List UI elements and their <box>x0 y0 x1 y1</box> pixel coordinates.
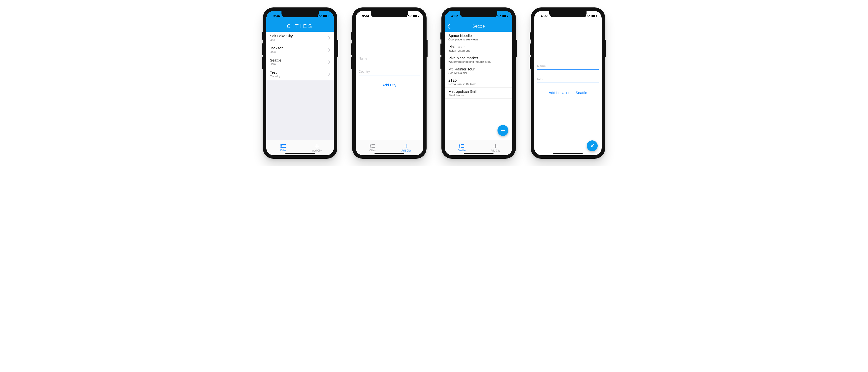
tab-label: Add City <box>402 149 411 152</box>
phone-frame: 9:34 CITIES Salt Lake City Usa <box>263 7 337 159</box>
info-input[interactable] <box>537 75 599 83</box>
tab-label: Seattle <box>458 149 465 152</box>
chevron-right-icon <box>328 36 330 39</box>
home-indicator[interactable] <box>553 153 583 154</box>
name-input[interactable] <box>537 62 599 70</box>
svg-rect-20 <box>459 147 460 148</box>
status-time: 4:05 <box>452 14 458 18</box>
svg-rect-18 <box>459 144 460 145</box>
place-info: Cool place to see views <box>448 38 509 41</box>
chevron-right-icon <box>328 49 330 52</box>
place-info: Italian restaurant <box>448 49 509 52</box>
place-row[interactable]: 2120 Restaurant in Beltown <box>445 76 513 88</box>
place-name: Space Needle <box>448 33 509 38</box>
svg-rect-1 <box>281 146 281 146</box>
svg-rect-19 <box>459 146 460 146</box>
add-city-form: Add City <box>355 21 423 140</box>
phone-frame: 4:02 Add Location to Seattle <box>531 7 605 159</box>
svg-rect-0 <box>281 144 281 145</box>
nav-bar: Seattle <box>445 21 513 32</box>
notch <box>549 11 587 18</box>
status-time: 4:02 <box>540 14 548 18</box>
tab-label: Cities <box>280 149 286 152</box>
city-name: Seattle <box>270 58 281 62</box>
back-button[interactable] <box>447 21 451 32</box>
plus-icon <box>314 144 319 149</box>
nav-title: CITIES <box>287 23 313 30</box>
plus-icon <box>493 144 498 149</box>
place-name: Pike place market <box>448 56 509 60</box>
place-name: Mt. Rainier Tour <box>448 67 509 71</box>
notch <box>371 11 408 18</box>
chevron-right-icon <box>328 73 330 76</box>
city-country: USA <box>270 62 281 66</box>
chevron-left-icon <box>447 24 451 29</box>
svg-rect-9 <box>370 146 371 146</box>
list-icon <box>370 144 375 148</box>
place-name: Pink Door <box>448 44 509 49</box>
country-input[interactable] <box>359 67 420 75</box>
wifi-icon <box>497 14 501 18</box>
place-row[interactable]: Metropolitan Grill Steak house <box>445 88 513 99</box>
tab-label: Add City <box>491 149 500 152</box>
place-info: See Mt Rainier <box>448 71 509 74</box>
place-info: Waterfront shopping / tourist area <box>448 60 509 63</box>
plus-icon <box>500 128 505 133</box>
place-info: Steak house <box>448 94 509 97</box>
battery-icon <box>591 14 597 18</box>
add-fab[interactable] <box>497 125 508 136</box>
city-name: Salt Lake City <box>270 34 293 38</box>
notch <box>281 11 319 18</box>
places-list: Space Needle Cool place to see views Pin… <box>445 32 513 140</box>
city-row[interactable]: Test Country <box>266 68 334 80</box>
place-name: Metropolitan Grill <box>448 89 509 93</box>
city-name: Test <box>270 70 280 74</box>
close-fab[interactable] <box>587 141 598 151</box>
phone-frame: 9:34 Add City Cities Add City <box>352 7 427 159</box>
svg-rect-10 <box>370 147 371 148</box>
home-indicator[interactable] <box>374 153 404 154</box>
nav-bar: CITIES <box>266 21 334 32</box>
svg-rect-2 <box>281 147 281 148</box>
place-row[interactable]: Pike place market Waterfront shopping / … <box>445 54 513 65</box>
place-name: 2120 <box>448 78 509 82</box>
battery-icon <box>413 14 418 18</box>
add-location-button[interactable]: Add Location to Seattle <box>537 88 599 95</box>
status-time: 9:34 <box>362 14 369 18</box>
add-location-form: Add Location to Seattle <box>534 21 602 155</box>
status-time: 9:34 <box>273 14 280 18</box>
name-input[interactable] <box>359 54 420 62</box>
place-row[interactable]: Pink Door Italian restaurant <box>445 43 513 54</box>
close-icon <box>590 144 594 148</box>
city-row[interactable]: Salt Lake City Usa <box>266 32 334 44</box>
wifi-icon <box>319 14 322 18</box>
place-info: Restaurant in Beltown <box>448 83 509 86</box>
city-row[interactable]: Seattle USA <box>266 56 334 68</box>
tab-label: Add City <box>312 149 322 152</box>
home-indicator[interactable] <box>464 153 494 154</box>
notch <box>460 11 497 18</box>
battery-icon <box>323 14 329 18</box>
chevron-right-icon <box>328 61 330 64</box>
battery-icon <box>502 14 507 18</box>
city-country: USA <box>270 50 283 54</box>
cities-list: Salt Lake City Usa Jackson USA Seattle U… <box>266 32 334 140</box>
city-country: Country <box>270 75 280 78</box>
plus-icon <box>404 144 409 149</box>
add-city-button[interactable]: Add City <box>359 80 420 87</box>
svg-rect-8 <box>370 144 371 145</box>
city-row[interactable]: Jackson USA <box>266 44 334 56</box>
home-indicator[interactable] <box>285 153 315 154</box>
wifi-icon <box>408 14 412 18</box>
city-name: Jackson <box>270 46 283 50</box>
tab-label: Cities <box>369 149 375 152</box>
phone-frame: 4:05 Seattle Space Needle Cool place to … <box>441 7 516 159</box>
list-icon <box>459 144 465 148</box>
wifi-icon <box>587 14 590 18</box>
place-row[interactable]: Mt. Rainier Tour See Mt Rainier <box>445 65 513 76</box>
nav-title: Seattle <box>472 24 485 29</box>
list-icon <box>280 144 286 148</box>
place-row[interactable]: Space Needle Cool place to see views <box>445 32 513 43</box>
city-country: Usa <box>270 38 293 42</box>
